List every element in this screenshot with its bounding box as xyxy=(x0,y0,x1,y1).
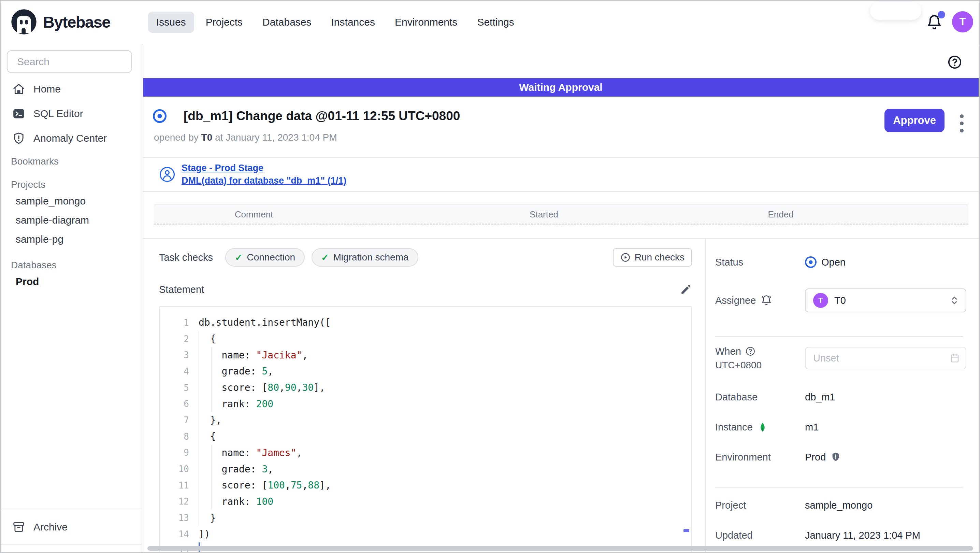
when-label: When UTC+0800 xyxy=(715,346,805,371)
notification-bell-icon[interactable] xyxy=(926,14,942,31)
assignee-avatar: T xyxy=(813,293,828,308)
search-input[interactable] xyxy=(16,56,150,68)
horizontal-scrollbar[interactable] xyxy=(147,546,973,551)
code-text: name: "James", xyxy=(199,447,302,459)
task-check-pill-migration-schema[interactable]: ✓Migration schema xyxy=(312,248,418,266)
code-line: 7 }, xyxy=(160,412,691,429)
sidebar-item-archive[interactable]: Archive xyxy=(1,508,142,545)
notification-dot xyxy=(938,11,945,18)
run-checks-button[interactable]: Run checks xyxy=(613,248,692,266)
code-line: 14]) xyxy=(160,526,691,542)
column-header-comment: Comment xyxy=(235,209,273,220)
navbar-highlight-pill xyxy=(870,2,921,20)
sidebar: ⌘ K HomeSQL EditorAnomaly Center Bookmar… xyxy=(1,44,142,552)
main-content: Waiting Approval [db_m1] Change data @01… xyxy=(143,44,978,551)
database-value[interactable]: db_m1 xyxy=(805,392,835,403)
status-value: Open xyxy=(805,257,846,268)
top-navbar: Bytebase IssuesProjectsDatabasesInstance… xyxy=(1,1,979,45)
sidebar-item-home[interactable]: Home xyxy=(1,77,142,101)
line-number: 14 xyxy=(160,529,189,539)
code-line: 13 } xyxy=(160,510,691,526)
sidebar-item-label: SQL Editor xyxy=(33,108,83,120)
tab-databases[interactable]: Databases xyxy=(254,11,320,33)
updated-value: January 11, 2023 1:04 PM xyxy=(805,530,920,541)
help-icon[interactable] xyxy=(947,55,962,70)
code-text: }, xyxy=(199,414,221,426)
task-check-pill-connection[interactable]: ✓Connection xyxy=(225,248,305,266)
issue-creator: T0 xyxy=(201,132,213,143)
column-header-ended: Ended xyxy=(768,209,793,220)
project-value[interactable]: sample_mongo xyxy=(805,500,872,511)
status-label: Status xyxy=(715,257,805,268)
home-icon xyxy=(12,83,25,96)
issue-sidebar: Status Open Assignee xyxy=(705,239,978,551)
line-number: 3 xyxy=(160,350,189,360)
approve-button[interactable]: Approve xyxy=(885,109,945,132)
sidebar-section-projects: Projects xyxy=(1,178,142,191)
sidebar-item-sample-pg[interactable]: sample-pg xyxy=(1,230,142,249)
instance-value[interactable]: m1 xyxy=(805,422,819,433)
code-text: { xyxy=(199,431,216,442)
stage-link[interactable]: Stage - Prod Stage xyxy=(181,163,346,174)
indent-guide xyxy=(199,331,199,526)
code-line: 11 score: [100,75,88], xyxy=(160,477,691,494)
edit-statement-icon[interactable] xyxy=(680,283,692,296)
anomaly-center-icon xyxy=(12,132,25,145)
when-datepicker[interactable]: Unset xyxy=(805,347,966,369)
task-link[interactable]: DML(data) for database "db_m1" (1/1) xyxy=(181,175,346,186)
stage-section: Stage - Prod Stage DML(data) for databas… xyxy=(143,157,978,192)
task-check-label: Migration schema xyxy=(333,252,409,263)
line-number: 2 xyxy=(160,334,189,344)
tab-issues[interactable]: Issues xyxy=(148,11,194,33)
sidebar-item-sample_mongo[interactable]: sample_mongo xyxy=(1,191,142,210)
sidebar-item-sql-editor[interactable]: SQL Editor xyxy=(1,101,142,126)
sidebar-item-label: Anomaly Center xyxy=(33,132,107,144)
statement-code-editor[interactable]: 1db.student.insertMany([2 {3 name: "Jaci… xyxy=(159,306,692,551)
brand[interactable]: Bytebase xyxy=(10,8,110,35)
database-label: Database xyxy=(715,392,805,403)
environment-value[interactable]: Prod xyxy=(805,452,841,463)
assignee-select[interactable]: T T0 xyxy=(805,288,966,312)
environment-shield-icon xyxy=(830,452,841,462)
when-placeholder: Unset xyxy=(813,353,949,364)
indent-guide xyxy=(211,347,212,412)
overview-ruler-mark xyxy=(684,529,689,532)
when-timezone: UTC+0800 xyxy=(715,360,805,371)
code-text: grade: 5, xyxy=(199,366,273,377)
issue-meta: opened by T0 at January 11, 2023 1:04 PM xyxy=(153,132,978,143)
indent-guide xyxy=(211,445,212,510)
sidebar-item-anomaly-center[interactable]: Anomaly Center xyxy=(1,126,142,151)
sidebar-item-sample-diagram[interactable]: sample-diagram xyxy=(1,210,142,230)
line-number: 4 xyxy=(160,366,189,376)
divider xyxy=(715,488,963,488)
archive-label: Archive xyxy=(33,521,68,533)
line-number: 11 xyxy=(160,480,189,491)
sidebar-item-Prod[interactable]: Prod xyxy=(1,272,142,291)
code-line: 4 grade: 5, xyxy=(160,363,691,379)
code-text: score: [100,75,88], xyxy=(199,480,331,491)
line-number: 12 xyxy=(160,496,189,507)
task-checks-label: Task checks xyxy=(159,252,213,263)
tab-settings[interactable]: Settings xyxy=(469,11,522,33)
task-check-pills: ✓Connection✓Migration schema xyxy=(225,248,418,266)
search-box[interactable]: ⌘ K xyxy=(7,50,132,73)
calendar-icon xyxy=(949,353,960,363)
line-number: 8 xyxy=(160,432,189,442)
code-text: rank: 200 xyxy=(199,398,273,410)
code-line: 1db.student.insertMany([ xyxy=(160,314,691,331)
code-line: 8 { xyxy=(160,429,691,445)
user-avatar[interactable]: T xyxy=(952,11,973,32)
line-number: 9 xyxy=(160,448,189,458)
tab-instances[interactable]: Instances xyxy=(323,11,383,33)
when-help-icon[interactable] xyxy=(745,346,756,356)
tab-projects[interactable]: Projects xyxy=(197,11,251,33)
task-run-table: CommentStartedEnded xyxy=(143,204,978,239)
line-number: 1 xyxy=(160,317,189,328)
code-line: 2 { xyxy=(160,331,691,347)
more-options-icon[interactable] xyxy=(958,113,965,134)
archive-icon xyxy=(12,521,25,534)
assignee-value: T0 xyxy=(834,295,846,306)
divider xyxy=(715,336,963,337)
task-run-table-header: CommentStartedEnded xyxy=(154,204,969,225)
tab-environments[interactable]: Environments xyxy=(387,11,465,33)
